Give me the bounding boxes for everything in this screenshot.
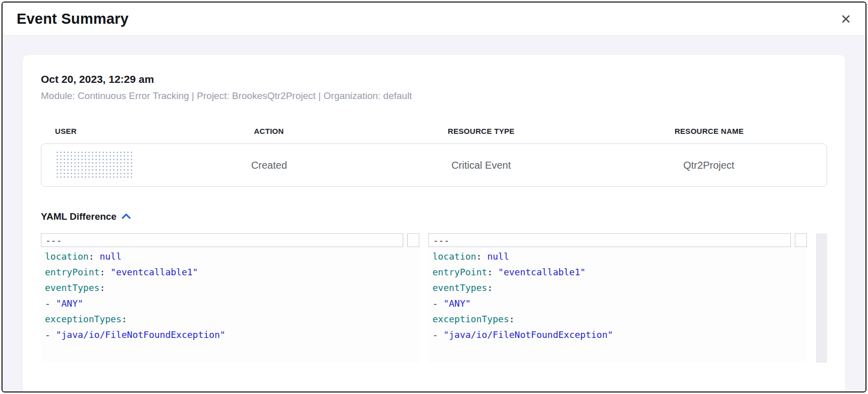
table-row: Created Critical Event Qtr2Project: [41, 143, 827, 187]
event-timestamp: Oct 20, 2023, 12:29 am: [41, 73, 827, 85]
cell-action: Created: [167, 160, 371, 171]
chevron-up-icon[interactable]: [122, 212, 131, 221]
modal-body: Oct 20, 2023, 12:29 am Module: Continuou…: [3, 36, 865, 391]
yaml-diff-container: ---location: nullentryPoint: "eventcalla…: [41, 233, 827, 363]
vertical-scrollbar-track[interactable]: [816, 233, 827, 363]
event-summary-card: Oct 20, 2023, 12:29 am Module: Continuou…: [23, 55, 845, 391]
code-line: location: null: [428, 249, 807, 264]
yaml-difference-toggle[interactable]: YAML Difference: [41, 211, 131, 222]
modal-title: Event Summary: [17, 11, 129, 27]
event-meta: Module: Continuous Error Tracking | Proj…: [41, 90, 827, 102]
header-resource-type: RESOURCE TYPE: [371, 127, 591, 135]
code-line: entryPoint: "eventcallable1": [428, 264, 807, 280]
header-resource-name: RESOURCE NAME: [591, 127, 827, 135]
code-line: entryPoint: "eventcallable1": [41, 264, 419, 280]
yaml-panel-right[interactable]: ---location: nullentryPoint: "eventcalla…: [428, 233, 807, 363]
code-line: - "java/io/FileNotFoundException": [428, 327, 807, 342]
code-line: - "ANY": [41, 296, 419, 311]
code-line: exceptionTypes:: [41, 311, 419, 327]
code-line: eventTypes:: [41, 280, 419, 296]
code-line: - "ANY": [428, 296, 807, 311]
cell-resource-type: Critical Event: [371, 160, 591, 171]
table-header-row: USER ACTION RESOURCE TYPE RESOURCE NAME: [41, 127, 827, 135]
close-icon[interactable]: ✕: [840, 13, 851, 26]
left-panel-scrollbar-thumb[interactable]: [407, 233, 419, 247]
modal-header: Event Summary ✕: [3, 3, 865, 36]
cell-user: [41, 151, 167, 180]
code-line: exceptionTypes:: [428, 311, 807, 327]
code-line: ---: [428, 233, 791, 247]
header-user: USER: [41, 127, 167, 135]
event-summary-modal: Event Summary ✕ Oct 20, 2023, 12:29 am M…: [2, 2, 866, 392]
code-line: - "java/io/FileNotFoundException": [41, 327, 419, 342]
code-line: eventTypes:: [428, 280, 807, 296]
header-action: ACTION: [167, 127, 371, 135]
right-panel-scrollbar-thumb[interactable]: [795, 233, 807, 247]
yaml-panel-left[interactable]: ---location: nullentryPoint: "eventcalla…: [41, 233, 419, 363]
yaml-difference-label: YAML Difference: [41, 211, 117, 222]
code-line: ---: [41, 233, 403, 247]
user-redacted-pattern: [56, 151, 134, 180]
code-line: location: null: [41, 249, 419, 264]
cell-resource-name: Qtr2Project: [591, 160, 827, 171]
